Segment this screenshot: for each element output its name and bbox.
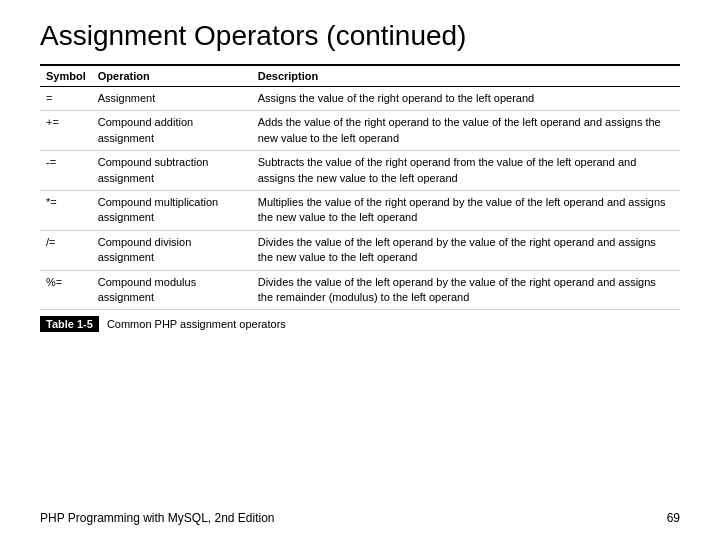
cell-description: Multiplies the value of the right operan… [252, 190, 680, 230]
cell-operation: Compound multiplication assignment [92, 190, 252, 230]
col-header-description: Description [252, 65, 680, 87]
footer: PHP Programming with MySQL, 2nd Edition … [40, 503, 680, 525]
cell-symbol: /= [40, 230, 92, 270]
cell-description: Divides the value of the left operand by… [252, 230, 680, 270]
caption-label: Table 1-5 [40, 316, 99, 332]
page-title: Assignment Operators (continued) [40, 20, 680, 52]
col-header-operation: Operation [92, 65, 252, 87]
cell-operation: Compound division assignment [92, 230, 252, 270]
cell-description: Adds the value of the right operand to t… [252, 111, 680, 151]
operators-table: Symbol Operation Description =Assignment… [40, 64, 680, 310]
cell-description: Divides the value of the left operand by… [252, 270, 680, 310]
page: Assignment Operators (continued) Symbol … [0, 0, 720, 540]
table-caption: Table 1-5 Common PHP assignment operator… [40, 316, 680, 332]
table-container: Symbol Operation Description =Assignment… [40, 64, 680, 503]
cell-symbol: %= [40, 270, 92, 310]
cell-symbol: = [40, 87, 92, 111]
cell-operation: Compound modulus assignment [92, 270, 252, 310]
footer-left: PHP Programming with MySQL, 2nd Edition [40, 511, 275, 525]
cell-operation: Compound subtraction assignment [92, 151, 252, 191]
cell-operation: Compound addition assignment [92, 111, 252, 151]
table-row: *=Compound multiplication assignmentMult… [40, 190, 680, 230]
table-row: %=Compound modulus assignmentDivides the… [40, 270, 680, 310]
table-row: /=Compound division assignmentDivides th… [40, 230, 680, 270]
footer-right: 69 [667, 511, 680, 525]
table-header-row: Symbol Operation Description [40, 65, 680, 87]
cell-symbol: *= [40, 190, 92, 230]
table-row: =AssignmentAssigns the value of the righ… [40, 87, 680, 111]
table-row: -=Compound subtraction assignmentSubtrac… [40, 151, 680, 191]
table-row: +=Compound addition assignmentAdds the v… [40, 111, 680, 151]
caption-text: Common PHP assignment operators [107, 318, 286, 330]
cell-operation: Assignment [92, 87, 252, 111]
cell-description: Subtracts the value of the right operand… [252, 151, 680, 191]
cell-symbol: += [40, 111, 92, 151]
col-header-symbol: Symbol [40, 65, 92, 87]
cell-description: Assigns the value of the right operand t… [252, 87, 680, 111]
cell-symbol: -= [40, 151, 92, 191]
